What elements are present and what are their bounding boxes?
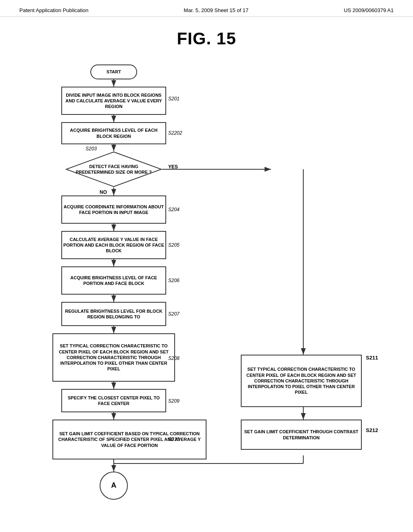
s211-text: SET TYPICAL CORRECTION CHARACTERISTIC TO…: [242, 366, 361, 395]
s206-text: ACQUIRE BRIGHTNESS LEVEL OF FACE PORTION…: [62, 275, 165, 287]
s207-label: S207: [168, 311, 179, 317]
s209-label: S209: [168, 398, 179, 404]
s201-text: DIVIDE INPUT IMAGE INTO BLOCK REGIONS AN…: [62, 92, 165, 110]
no-label: NO: [100, 189, 107, 195]
header-right: US 2009/0060379 A1: [344, 7, 394, 13]
s203-label: S203: [86, 146, 97, 152]
s2202-text: ACQUIRE BRIGHTNESS LEVEL OF EACH BLOCK R…: [62, 127, 165, 139]
s201-box: DIVIDE INPUT IMAGE INTO BLOCK REGIONS AN…: [61, 87, 166, 115]
s2202-box: ACQUIRE BRIGHTNESS LEVEL OF EACH BLOCK R…: [61, 122, 166, 144]
s210-box: SET GAIN LIMIT COEFFICIENT BASED ON TYPI…: [52, 420, 206, 459]
end-label: A: [111, 481, 117, 490]
header-left: Patent Application Publication: [19, 7, 88, 13]
s205-label: S205: [168, 242, 179, 248]
s204-box: ACQUIRE COORDINATE INFORMATION ABOUT FAC…: [61, 195, 166, 224]
start-node: START: [90, 64, 137, 79]
s209-text: SPECIFY THE CLOSEST CENTER PIXEL TO FACE…: [62, 395, 165, 407]
s211-brace-label: S211: [366, 355, 378, 361]
s211-box: SET TYPICAL CORRECTION CHARACTERISTIC TO…: [241, 355, 362, 407]
s203-diamond: DETECT FACE HAVING PREDETERMINED SIZE OR…: [65, 151, 162, 187]
s207-text: REGULATE BRIGHTNESS LEVEL FOR BLOCK REGI…: [62, 308, 165, 320]
s212-box: SET GAIN LIMIT COEFFICIENT THROUGH CONTR…: [241, 420, 362, 450]
s205-text: CALCULATE AVERAGE Y VALUE IN FACE PORTIO…: [62, 237, 165, 254]
flowchart: START DIVIDE INPUT IMAGE INTO BLOCK REGI…: [21, 56, 392, 500]
s207-box: REGULATE BRIGHTNESS LEVEL FOR BLOCK REGI…: [61, 302, 166, 326]
s206-label: S206: [168, 278, 179, 283]
s208-box: SET TYPICAL CORRECTION CHARACTERISTIC TO…: [52, 333, 175, 382]
start-label: START: [106, 69, 121, 75]
s208-text: SET TYPICAL CORRECTION CHARACTERISTIC TO…: [53, 343, 174, 372]
s204-label: S204: [168, 207, 179, 212]
s210-text: SET GAIN LIMIT COEFFICIENT BASED ON TYPI…: [53, 431, 206, 448]
s210-label: S210: [168, 436, 179, 442]
s203-text: DETECT FACE HAVING PREDETERMINED SIZE OR…: [65, 164, 162, 175]
fig-title: FIG. 15: [0, 29, 413, 48]
s206-box: ACQUIRE BRIGHTNESS LEVEL OF FACE PORTION…: [61, 266, 166, 295]
s209-box: SPECIFY THE CLOSEST CENTER PIXEL TO FACE…: [61, 389, 166, 412]
s205-box: CALCULATE AVERAGE Y VALUE IN FACE PORTIO…: [61, 231, 166, 259]
end-node: A: [100, 472, 128, 500]
yes-label: YES: [168, 164, 178, 170]
s212-brace-label: S212: [366, 427, 378, 433]
page-header: Patent Application Publication Mar. 5, 2…: [0, 0, 413, 17]
s208-label: S208: [168, 355, 179, 361]
s204-text: ACQUIRE COORDINATE INFORMATION ABOUT FAC…: [62, 204, 165, 216]
header-center: Mar. 5, 2009 Sheet 15 of 17: [184, 7, 248, 13]
s2202-label: S2202: [168, 130, 182, 136]
s201-label: S201: [168, 96, 179, 102]
s212-text: SET GAIN LIMIT COEFFICIENT THROUGH CONTR…: [242, 429, 361, 441]
